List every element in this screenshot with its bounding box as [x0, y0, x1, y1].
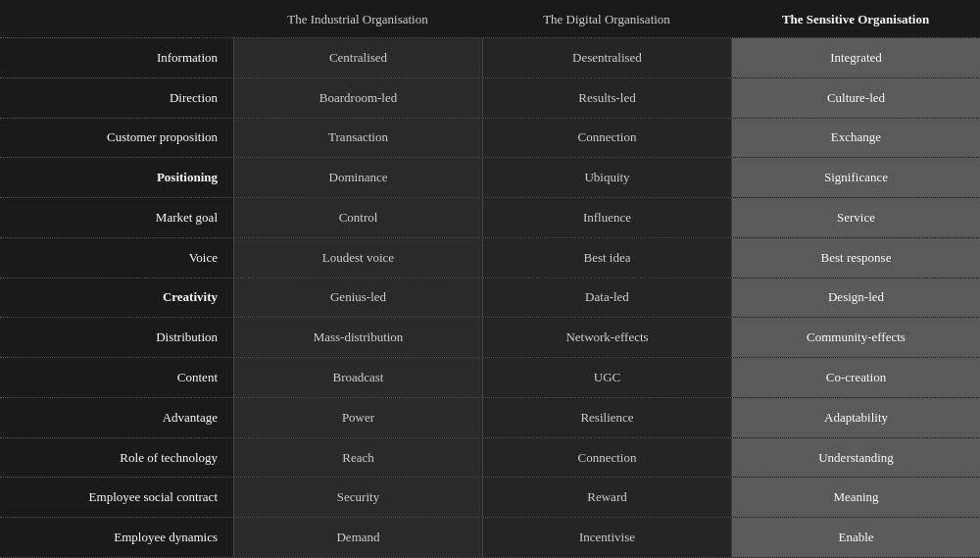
- cell-digital: Desentralised: [482, 38, 731, 77]
- cell-sensitive: Enable: [731, 518, 980, 557]
- cell-sensitive: Exchange: [731, 119, 980, 158]
- cell-industrial: Demand: [233, 518, 482, 557]
- row-label: Information: [0, 38, 233, 77]
- cell-industrial: Boardroom-led: [233, 78, 482, 118]
- cell-digital: Best idea: [482, 238, 731, 278]
- row-label: Role of technology: [0, 438, 233, 478]
- row-label: Positioning: [0, 158, 233, 197]
- cell-industrial: Power: [233, 398, 482, 437]
- comparison-table: The Industrial Organisation The Digital …: [0, 0, 980, 558]
- cell-sensitive: Design-led: [731, 279, 980, 318]
- table-header: The Industrial Organisation The Digital …: [0, 0, 980, 37]
- cell-industrial: Centralised: [233, 38, 482, 77]
- cell-sensitive: Co-creation: [731, 358, 980, 397]
- table-row: DistributionMass-distributionNetwork-eff…: [0, 317, 980, 357]
- row-label: Customer proposition: [0, 119, 233, 158]
- cell-sensitive: Community-effects: [731, 318, 980, 357]
- table-row: PositioningDominanceUbiquitySignificance: [0, 157, 980, 197]
- cell-digital: Data-led: [482, 279, 731, 318]
- cell-industrial: Loudest voice: [233, 238, 482, 278]
- table-row: ContentBroadcastUGCCo-creation: [0, 357, 980, 397]
- cell-digital: Results-led: [482, 78, 731, 118]
- table-row: Market goalControlInfluenceService: [0, 197, 980, 237]
- header-sensitive: The Sensitive Organisation: [731, 8, 980, 31]
- table-row: Customer propositionTransactionConnectio…: [0, 118, 980, 158]
- cell-digital: Ubiquity: [482, 158, 731, 197]
- cell-digital: Connection: [482, 438, 731, 478]
- row-label: Direction: [0, 78, 233, 118]
- cell-sensitive: Meaning: [731, 478, 980, 517]
- cell-industrial: Genius-led: [233, 279, 482, 318]
- table-row: VoiceLoudest voiceBest ideaBest response: [0, 237, 980, 278]
- cell-sensitive: Culture-led: [731, 78, 980, 118]
- cell-digital: Reward: [482, 478, 731, 517]
- table-body: InformationCentralisedDesentralisedInteg…: [0, 37, 980, 558]
- row-label: Market goal: [0, 198, 233, 237]
- cell-sensitive: Service: [731, 198, 980, 237]
- row-label: Employee dynamics: [0, 518, 233, 557]
- header-label-col: [0, 8, 233, 31]
- row-label: Employee social contract: [0, 478, 233, 517]
- cell-sensitive: Understanding: [731, 438, 980, 478]
- row-label: Advantage: [0, 398, 233, 437]
- cell-industrial: Transaction: [233, 119, 482, 158]
- cell-sensitive: Integrated: [731, 38, 980, 77]
- row-label: Distribution: [0, 318, 233, 357]
- cell-digital: UGC: [482, 358, 731, 397]
- row-label: Content: [0, 358, 233, 397]
- cell-digital: Resilience: [482, 398, 731, 437]
- table-row: InformationCentralisedDesentralisedInteg…: [0, 37, 980, 77]
- row-label: Voice: [0, 238, 233, 278]
- table-row: DirectionBoardroom-ledResults-ledCulture…: [0, 77, 980, 118]
- cell-sensitive: Best response: [731, 238, 980, 278]
- table-row: Employee social contractSecurityRewardMe…: [0, 477, 980, 517]
- table-row: AdvantagePowerResilienceAdaptability: [0, 397, 980, 437]
- cell-sensitive: Adaptability: [731, 398, 980, 437]
- row-label: Creativity: [0, 279, 233, 318]
- cell-industrial: Reach: [233, 438, 482, 478]
- table-row: Employee dynamicsDemandIncentiviseEnable: [0, 517, 980, 558]
- cell-digital: Connection: [482, 119, 731, 158]
- cell-industrial: Mass-distribution: [233, 318, 482, 357]
- cell-industrial: Control: [233, 198, 482, 237]
- header-digital: The Digital Organisation: [482, 8, 731, 31]
- table-row: CreativityGenius-ledData-ledDesign-led: [0, 278, 980, 318]
- table-row: Role of technologyReachConnectionUnderst…: [0, 437, 980, 478]
- cell-digital: Incentivise: [482, 518, 731, 557]
- cell-sensitive: Significance: [731, 158, 980, 197]
- header-industrial: The Industrial Organisation: [233, 8, 482, 31]
- cell-industrial: Dominance: [233, 158, 482, 197]
- cell-digital: Influence: [482, 198, 731, 237]
- cell-industrial: Broadcast: [233, 358, 482, 397]
- cell-industrial: Security: [233, 478, 482, 517]
- cell-digital: Network-effects: [482, 318, 731, 357]
